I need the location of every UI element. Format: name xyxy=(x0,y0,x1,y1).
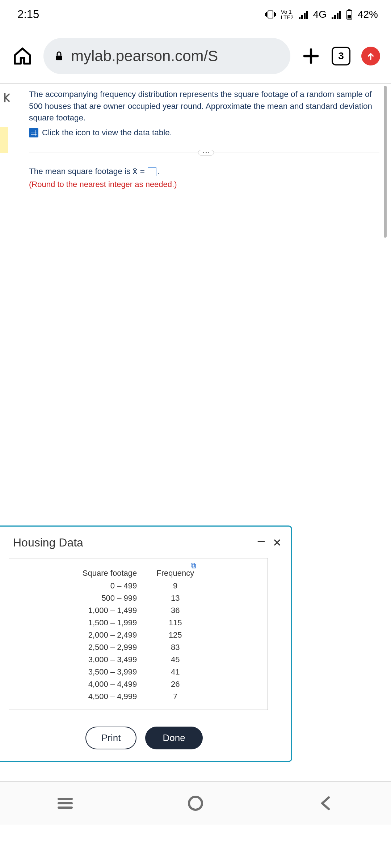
back-nav-icon[interactable] xyxy=(317,795,335,812)
recent-apps-icon[interactable] xyxy=(56,795,74,812)
svg-rect-5 xyxy=(191,563,194,567)
collapse-panel-icon[interactable] xyxy=(1,91,15,105)
cell-range: 4,500 – 4,999 xyxy=(73,691,146,702)
cell-range: 3,000 – 3,499 xyxy=(73,654,146,665)
cell-range: 4,000 – 4,499 xyxy=(73,678,146,690)
table-row: 2,000 – 2,499125 xyxy=(73,629,203,641)
svg-point-7 xyxy=(189,797,202,810)
svg-rect-3 xyxy=(348,15,351,18)
svg-rect-4 xyxy=(56,56,62,60)
sticky-note-tab[interactable] xyxy=(0,127,8,153)
network-label: 4G xyxy=(313,9,327,20)
svg-rect-2 xyxy=(348,9,350,10)
signal-icon-2 xyxy=(332,10,341,19)
cell-freq: 9 xyxy=(147,580,203,592)
close-icon[interactable]: ✕ xyxy=(273,536,282,549)
lock-icon xyxy=(54,51,64,61)
table-row: 4,500 – 4,9997 xyxy=(73,691,203,702)
new-tab-icon[interactable] xyxy=(301,46,321,66)
print-button[interactable]: Print xyxy=(85,727,136,749)
table-row: 3,000 – 3,49945 xyxy=(73,654,203,665)
battery-icon xyxy=(346,9,353,20)
minimize-icon[interactable]: − xyxy=(257,538,265,548)
cell-range: 1,000 – 1,499 xyxy=(73,605,146,616)
question-area: The accompanying frequency distribution … xyxy=(29,84,391,190)
scrollbar[interactable] xyxy=(384,86,387,238)
rounding-hint: (Round to the nearest integer as needed.… xyxy=(29,179,383,190)
cell-freq: 13 xyxy=(147,592,203,604)
cell-freq: 36 xyxy=(147,605,203,616)
home-icon[interactable] xyxy=(12,46,33,66)
answer-input[interactable] xyxy=(148,167,156,176)
view-data-link[interactable]: Click the icon to view the data table. xyxy=(29,127,383,139)
cell-freq: 7 xyxy=(147,691,203,702)
view-data-label: Click the icon to view the data table. xyxy=(42,127,172,139)
question-text: The accompanying frequency distribution … xyxy=(29,89,383,124)
cell-range: 3,500 – 3,999 xyxy=(73,666,146,678)
cell-freq: 125 xyxy=(147,629,203,641)
answer-line: The mean square footage is x̄ = . xyxy=(29,166,383,178)
frequency-table: Square footage Frequency 0 – 4999500 – 9… xyxy=(72,566,204,703)
update-badge-icon[interactable] xyxy=(361,47,380,65)
data-table-frame: Square footage Frequency 0 – 4999500 – 9… xyxy=(9,558,268,710)
cell-range: 0 – 499 xyxy=(73,580,146,592)
clock: 2:15 xyxy=(17,8,39,21)
svg-rect-0 xyxy=(268,11,273,18)
url-text: mylab.pearson.com/S xyxy=(71,47,218,65)
cell-range: 2,500 – 2,999 xyxy=(73,642,146,653)
cell-range: 500 – 999 xyxy=(73,592,146,604)
table-row: 1,000 – 1,49936 xyxy=(73,605,203,616)
table-row: 4,000 – 4,49926 xyxy=(73,678,203,690)
col-frequency: Frequency xyxy=(147,567,203,579)
signal-icon-1 xyxy=(299,10,308,19)
popup-title: Housing Data xyxy=(13,536,83,549)
svg-rect-6 xyxy=(192,564,196,568)
lte-label: Vo 1 LTE2 xyxy=(281,9,294,20)
home-nav-icon[interactable] xyxy=(187,795,204,812)
cell-freq: 83 xyxy=(147,642,203,653)
cell-range: 2,000 – 2,499 xyxy=(73,629,146,641)
battery-pct: 42% xyxy=(358,9,378,20)
data-table-icon xyxy=(29,128,38,137)
col-square-footage: Square footage xyxy=(73,567,146,579)
cell-freq: 41 xyxy=(147,666,203,678)
table-row: 3,500 – 3,99941 xyxy=(73,666,203,678)
table-row: 0 – 4999 xyxy=(73,580,203,592)
cell-freq: 26 xyxy=(147,678,203,690)
page-content: The accompanying frequency distribution … xyxy=(0,83,391,825)
done-button[interactable]: Done xyxy=(145,727,202,749)
cell-range: 1,500 – 1,999 xyxy=(73,617,146,629)
section-divider xyxy=(29,150,383,156)
cell-freq: 45 xyxy=(147,654,203,665)
divider xyxy=(22,84,22,427)
status-icons: Vo 1 LTE2 4G 42% xyxy=(265,9,378,20)
housing-data-popup: Housing Data − ✕ Square footage Frequenc… xyxy=(0,526,292,762)
more-dots-icon[interactable] xyxy=(198,150,214,156)
android-nav-bar xyxy=(0,781,391,825)
vibrate-icon xyxy=(265,10,276,19)
status-bar: 2:15 Vo 1 LTE2 4G 42% xyxy=(0,0,391,29)
copy-icon[interactable] xyxy=(190,562,197,569)
table-row: 1,500 – 1,999115 xyxy=(73,617,203,629)
table-row: 500 – 99913 xyxy=(73,592,203,604)
cell-freq: 115 xyxy=(147,617,203,629)
tab-switcher[interactable]: 3 xyxy=(332,47,350,65)
browser-toolbar: mylab.pearson.com/S 3 xyxy=(0,29,391,83)
table-row: 2,500 – 2,99983 xyxy=(73,642,203,653)
address-bar[interactable]: mylab.pearson.com/S xyxy=(43,38,290,74)
